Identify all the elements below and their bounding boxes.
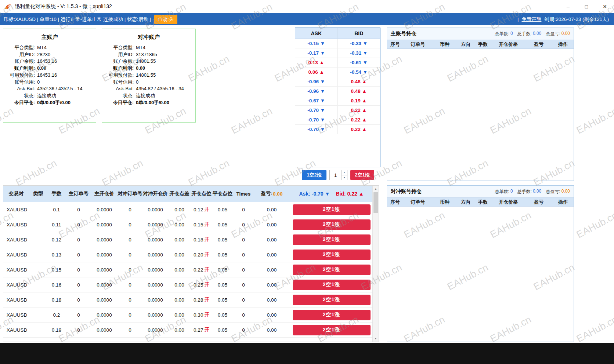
cell-action: 2空1涨 bbox=[290, 262, 373, 277]
cell-action: 2空1涨 bbox=[290, 247, 373, 262]
cell-pnl: 0.00 bbox=[254, 277, 290, 292]
close-2short1long-button[interactable]: 2空1涨 bbox=[293, 280, 371, 290]
cell-hedge-order-id: 0 bbox=[117, 247, 143, 262]
col-pnl: 盈亏 bbox=[525, 40, 552, 48]
close-2short1long-button[interactable]: 2空1涨 bbox=[293, 265, 371, 275]
scroll-up-icon[interactable]: ▲ bbox=[373, 186, 379, 192]
total-lots-stat: 总手数:0.00 bbox=[517, 189, 542, 195]
cell-close-point: 0.05 bbox=[212, 307, 233, 322]
order-row: XAUUSD 0.13 0 0.0000 0 0.0000 0.00 0.20 … bbox=[3, 247, 379, 262]
close-button[interactable]: ✕ bbox=[596, 0, 614, 13]
spinner-down-icon[interactable]: ▼ bbox=[342, 175, 347, 180]
col-main-order-id: 主订单号 bbox=[66, 186, 91, 202]
col-index: 序号 bbox=[387, 40, 403, 48]
auto-toggle-button[interactable]: 自动:关 bbox=[154, 15, 177, 24]
cell-pair: XAUUSD bbox=[3, 202, 29, 217]
cell-pair: XAUUSD bbox=[3, 323, 29, 337]
cell-open-spread: 0.00 bbox=[168, 307, 191, 322]
col-actions: 操作 bbox=[552, 198, 574, 206]
cell-times: 0 bbox=[233, 247, 254, 262]
col-pnl: 盈亏 bbox=[525, 198, 552, 206]
bid-value: -0.54 ▼ bbox=[338, 68, 380, 77]
close-2short1long-button[interactable]: 2空1涨 bbox=[293, 234, 371, 245]
orders-scrollbar[interactable]: ▲ ▼ bbox=[372, 186, 379, 342]
maximize-button[interactable]: □ bbox=[577, 0, 596, 13]
quantity-stepper[interactable]: 1 ▲ ▼ bbox=[329, 170, 347, 180]
cell-pnl: 0.00 bbox=[254, 232, 290, 247]
spinner-up-icon[interactable]: ▲ bbox=[342, 170, 347, 175]
main-positions-stats: 总单数:0 总手数:0.00 总盈亏:0.00 bbox=[495, 31, 570, 37]
cell-times: 0 bbox=[233, 232, 254, 247]
open-flag: 开 bbox=[204, 206, 209, 213]
total-orders-stat: 总单数:0 bbox=[495, 31, 513, 37]
scroll-thumb[interactable] bbox=[373, 192, 378, 213]
cell-pair: XAUUSD bbox=[3, 217, 29, 232]
cell-main-order-id: 0 bbox=[66, 247, 91, 262]
cell-main-open-price: 0.0000 bbox=[91, 232, 117, 247]
open-2short1long-button[interactable]: 2空1涨 bbox=[350, 170, 374, 180]
hedge-account-rows: 平台类型: MT4 用户ID: 31371865 账户余额: 14801.55 bbox=[102, 44, 195, 106]
cell-action: 2空1涨 bbox=[290, 307, 373, 322]
cell-pnl: 0.00 bbox=[254, 202, 290, 217]
field-label: 账号信用: bbox=[102, 79, 134, 86]
quote-row: -0.96 ▼ 0.48 ▲ bbox=[295, 87, 380, 96]
orders-table: 交易对 类型 手数 主订单号 主开仓价 对冲订单号 对冲开仓价 开仓点差 开仓点… bbox=[3, 185, 379, 342]
cell-close-point: 0.05 bbox=[212, 217, 233, 232]
account-info-row: Ask-Bid: 4352.36 / 4352.5 - 14 bbox=[3, 85, 96, 92]
col-askbid: Ask: -0.70 ▼ Bid: 0.22 ▲ bbox=[290, 186, 373, 202]
open-1short2long-button[interactable]: 1空2涨 bbox=[302, 170, 326, 180]
order-row: XAUUSD 0.18 0 0.0000 0 0.0000 0.00 0.28 … bbox=[3, 292, 379, 307]
col-pnl-total: 盈亏: 0.00 bbox=[254, 186, 290, 202]
close-2short1long-button[interactable]: 2空1涨 bbox=[293, 295, 371, 305]
total-orders-stat: 总单数:0 bbox=[495, 189, 513, 195]
cell-main-open-price: 0.0000 bbox=[91, 247, 117, 262]
account-info-row: 可用预付款: 14801.55 bbox=[102, 72, 195, 79]
cell-open-point: 0.20 开 bbox=[191, 247, 212, 262]
bid-value: -0.33 ▼ bbox=[338, 39, 380, 48]
application-root: 迅利量化对冲系统 - V: 1.5.3 - 微：xunli132 – □ ✕ 币… bbox=[0, 0, 614, 364]
cell-action: 2空1涨 bbox=[290, 323, 373, 337]
cell-main-order-id: 0 bbox=[66, 262, 91, 277]
cell-times: 0 bbox=[233, 307, 254, 322]
close-2short1long-button[interactable]: 2空1涨 bbox=[293, 250, 371, 260]
close-2short1long-button[interactable]: 2空1涨 bbox=[293, 219, 371, 230]
col-main-open-price: 主开仓价 bbox=[91, 186, 117, 202]
cell-open-point: 0.15 开 bbox=[191, 217, 212, 232]
quote-rows: -0.15 ▼ -0.33 ▼ -0.17 ▼ -0.31 ▼ 0.13 ▲ -… bbox=[295, 39, 380, 134]
watermark-text: EAHub.cn bbox=[100, 157, 145, 188]
cell-pair: XAUUSD bbox=[3, 262, 29, 277]
scroll-down-icon[interactable]: ▼ bbox=[373, 335, 379, 342]
field-label: 状态: bbox=[102, 92, 134, 99]
cell-open-spread: 0.00 bbox=[168, 323, 191, 337]
quote-header: ASK BID bbox=[295, 28, 380, 39]
bid-column-header: BID bbox=[338, 28, 380, 39]
field-label: 可用预付款: bbox=[3, 72, 35, 79]
minimize-button[interactable]: – bbox=[559, 0, 577, 13]
hedge-positions-titlebar: 对冲账号持仓 总单数:0 总手数:0.00 总盈亏:0.00 bbox=[387, 186, 574, 197]
cell-close-point: 0.05 bbox=[212, 277, 233, 292]
close-2short1long-button[interactable]: 2空1涨 bbox=[293, 325, 371, 335]
field-label: 平台类型: bbox=[3, 44, 35, 51]
cell-action: 2空1涨 bbox=[290, 217, 373, 232]
account-info-row: 状态: 连接成功 bbox=[3, 92, 96, 99]
disclaimer-link[interactable]: 免责声明 bbox=[521, 16, 541, 23]
cell-pnl: 0.00 bbox=[254, 247, 290, 262]
quote-row: -0.15 ▼ -0.33 ▼ bbox=[295, 39, 380, 48]
bid-value: 0.19 ▲ bbox=[338, 96, 380, 105]
cell-type bbox=[29, 307, 47, 322]
open-flag: 开 bbox=[204, 296, 209, 303]
hedge-account-panel: 对冲账户 平台类型: MT4 用户ID: 31371865 账户余额: bbox=[102, 29, 196, 123]
cell-pnl: 0.00 bbox=[254, 262, 290, 277]
cell-pair: XAUUSD bbox=[3, 292, 29, 307]
close-2short1long-button[interactable]: 2空1涨 bbox=[293, 310, 371, 320]
close-2short1long-button[interactable]: 2空1涨 bbox=[293, 204, 371, 215]
main-positions-titlebar: 主账号持仓 总单数:0 总手数:0.00 总盈亏:0.00 bbox=[387, 28, 574, 40]
quantity-value[interactable]: 1 bbox=[330, 170, 341, 180]
cell-open-spread: 0.00 bbox=[168, 247, 191, 262]
cell-main-order-id: 0 bbox=[66, 277, 91, 292]
field-value: 0 bbox=[37, 79, 96, 86]
cell-open-point: 0.22 开 bbox=[191, 262, 212, 277]
cell-hedge-open-price: 0.0000 bbox=[143, 277, 168, 292]
quote-row: -0.17 ▼ -0.31 ▼ bbox=[295, 48, 380, 58]
cell-main-order-id: 0 bbox=[66, 217, 91, 232]
